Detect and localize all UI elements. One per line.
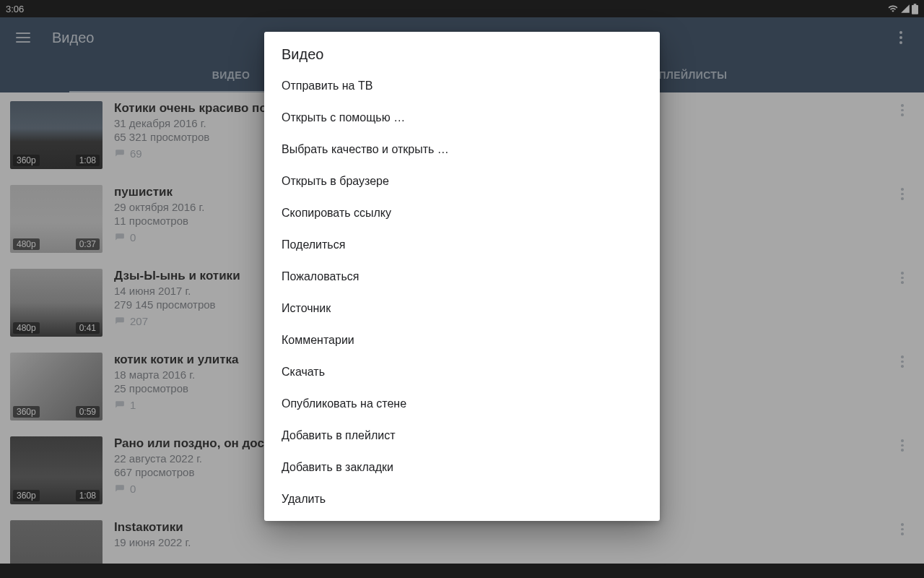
menu-item-open-in-browser[interactable]: Открыть в браузере <box>264 165 660 197</box>
menu-item-open-with[interactable]: Открыть с помощью … <box>264 102 660 134</box>
menu-item-delete[interactable]: Удалить <box>264 483 660 515</box>
menu-item-download[interactable]: Скачать <box>264 356 660 388</box>
dialog-title: Видео <box>264 32 660 70</box>
menu-item-copy-link[interactable]: Скопировать ссылку <box>264 197 660 229</box>
context-menu-dialog: Видео Отправить на ТВ Открыть с помощью … <box>264 32 660 521</box>
menu-item-post-on-wall[interactable]: Опубликовать на стене <box>264 388 660 420</box>
menu-item-send-to-tv[interactable]: Отправить на ТВ <box>264 70 660 102</box>
menu-item-add-to-playlist[interactable]: Добавить в плейлист <box>264 420 660 452</box>
menu-item-comments[interactable]: Комментарии <box>264 324 660 356</box>
menu-item-source[interactable]: Источник <box>264 293 660 324</box>
menu-item-report[interactable]: Пожаловаться <box>264 261 660 293</box>
menu-item-choose-quality[interactable]: Выбрать качество и открыть … <box>264 134 660 165</box>
menu-item-add-to-bookmarks[interactable]: Добавить в закладки <box>264 452 660 483</box>
menu-item-share[interactable]: Поделиться <box>264 229 660 261</box>
